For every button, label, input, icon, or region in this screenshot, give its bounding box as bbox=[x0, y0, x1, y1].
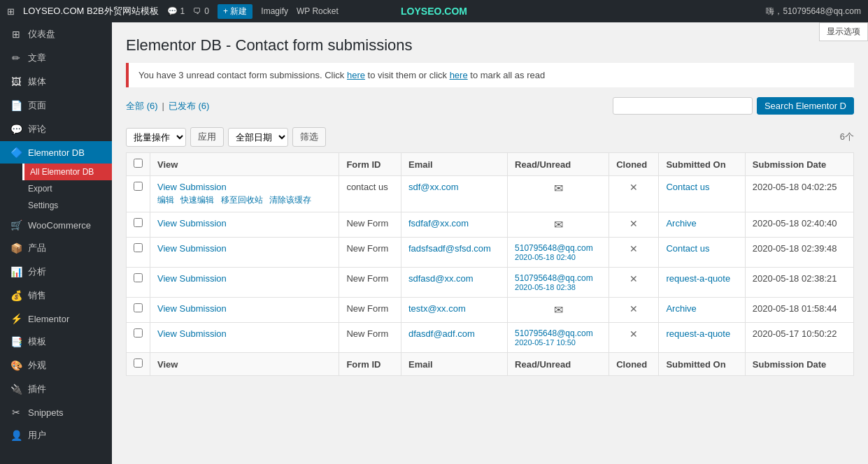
wp-rocket-plugin[interactable]: WP Rocket bbox=[297, 6, 339, 16]
table-footer-row: View Form ID Email Read/Unread Cloned Su… bbox=[127, 353, 854, 376]
sidebar-item-posts[interactable]: ✏ 文章 bbox=[0, 46, 112, 70]
view-submission-link-2[interactable]: View Submission bbox=[157, 218, 227, 229]
view-submission-link-6[interactable]: View Submission bbox=[157, 328, 227, 339]
sidebar-sub-item-export[interactable]: Export bbox=[22, 180, 112, 197]
row-read-unread-1: ✉ bbox=[508, 176, 609, 212]
media-icon: 🖼 bbox=[10, 76, 22, 87]
row-form-id-3: New Form bbox=[339, 238, 401, 268]
filter-published[interactable]: 已发布 (6) bbox=[169, 100, 210, 113]
row-submission-date-5: 2020-05-18 01:58:44 bbox=[745, 298, 853, 323]
appearance-icon: 🎨 bbox=[10, 360, 22, 371]
row-email-3: fadsfsadf@sfsd.com bbox=[401, 238, 507, 268]
row-cloned-1: ✕ bbox=[609, 176, 659, 212]
filter-button[interactable]: 筛选 bbox=[292, 127, 326, 147]
select-all-checkbox[interactable] bbox=[134, 159, 143, 168]
sidebar-item-templates[interactable]: 📑 模板 bbox=[0, 330, 112, 354]
table-row: View Submission New Form sdfasd@xx.com 5… bbox=[127, 268, 854, 298]
new-button[interactable]: + 新建 bbox=[218, 4, 252, 19]
notice-end-text: to mark all as read bbox=[470, 70, 545, 80]
comment-count[interactable]: 💬 1 bbox=[167, 6, 185, 16]
read-email-6: 510795648@qq.com bbox=[515, 328, 602, 338]
edit-link-1[interactable]: 编辑 bbox=[157, 195, 174, 205]
row-read-unread-6: 510795648@qq.com 2020-05-17 10:50 bbox=[508, 323, 609, 353]
envelope-icon-5: ✉ bbox=[554, 304, 563, 316]
sidebar-item-snippets[interactable]: ✂ Snippets bbox=[0, 401, 112, 423]
submissions-table: View Form ID Email Read/Unread Cloned Su… bbox=[126, 152, 854, 376]
row-checkbox-1 bbox=[127, 176, 150, 212]
row-read-unread-2: ✉ bbox=[508, 212, 609, 238]
x-mark-1: ✕ bbox=[629, 182, 638, 193]
sidebar-label-elementor-db: Elementor DB bbox=[28, 147, 85, 158]
read-date-4[interactable]: 2020-05-18 02:38 bbox=[515, 283, 602, 291]
notice-link2[interactable]: here bbox=[450, 70, 468, 80]
sidebar-label-sales: 销售 bbox=[28, 289, 46, 302]
row-view-6: View Submission bbox=[150, 323, 339, 353]
sidebar-sub-item-all-elementor-db[interactable]: All Elementor DB bbox=[22, 164, 112, 180]
display-options-button[interactable]: 显示选项 bbox=[819, 22, 868, 41]
sidebar-sub-elementor-db: All Elementor DB Export Settings bbox=[0, 164, 112, 214]
site-name[interactable]: LOYSEO.COM B2B外贸网站模板 bbox=[23, 5, 159, 17]
search-input[interactable] bbox=[613, 97, 753, 115]
clear-cache-link-1[interactable]: 清除该缓存 bbox=[269, 195, 311, 205]
view-submission-link-3[interactable]: View Submission bbox=[157, 243, 227, 254]
row-checkbox-2 bbox=[127, 212, 150, 238]
trash-link-1[interactable]: 移至回收站 bbox=[221, 195, 263, 205]
row-read-unread-3: 510795648@qq.com 2020-05-18 02:40 bbox=[508, 238, 609, 268]
user-info[interactable]: 嗨，510795648@qq.com bbox=[766, 6, 861, 17]
view-submission-link-1[interactable]: View Submission bbox=[157, 182, 227, 192]
row-view-3: View Submission bbox=[150, 238, 339, 268]
sidebar-label-posts: 文章 bbox=[28, 52, 46, 64]
bulk-action-select[interactable]: 批量操作 bbox=[126, 128, 186, 147]
row-view-2: View Submission bbox=[150, 212, 339, 238]
new-comment[interactable]: 🗨 0 bbox=[193, 6, 209, 16]
sidebar-item-woocommerce[interactable]: 🛒 WooCommerce bbox=[0, 214, 112, 236]
templates-icon: 📑 bbox=[10, 336, 22, 347]
row-form-id-5: New Form bbox=[339, 298, 401, 323]
envelope-icon-2: ✉ bbox=[554, 219, 563, 231]
wp-logo[interactable]: ⊞ bbox=[7, 6, 15, 17]
apply-button[interactable]: 应用 bbox=[190, 127, 224, 147]
sidebar-sub-item-settings[interactable]: Settings bbox=[22, 197, 112, 214]
view-submission-link-4[interactable]: View Submission bbox=[157, 273, 227, 284]
row-cloned-3: ✕ bbox=[609, 238, 659, 268]
quick-edit-link-1[interactable]: 快速编辑 bbox=[180, 195, 214, 205]
row-read-unread-5: ✉ bbox=[508, 298, 609, 323]
notice-middle-text: to visit them or click bbox=[368, 70, 450, 80]
imagify-plugin[interactable]: Imagify bbox=[261, 6, 288, 16]
sidebar-item-pages[interactable]: 📄 页面 bbox=[0, 94, 112, 117]
posts-icon: ✏ bbox=[10, 52, 22, 64]
sidebar-item-elementor-db[interactable]: 🔷 Elementor DB bbox=[0, 141, 112, 164]
row-submission-date-2: 2020-05-18 02:40:40 bbox=[745, 212, 853, 238]
read-email-4: 510795648@qq.com bbox=[515, 273, 602, 283]
header-checkbox bbox=[127, 153, 150, 176]
row-cloned-2: ✕ bbox=[609, 212, 659, 238]
date-filter-select[interactable]: 全部日期 bbox=[228, 128, 288, 147]
table-row: View Submission New Form testx@xx.com ✉ … bbox=[127, 298, 854, 323]
view-submission-link-5[interactable]: View Submission bbox=[157, 303, 227, 314]
filter-bar: 全部 (6) | 已发布 (6) bbox=[126, 100, 209, 113]
notice-text: You have 3 unread contact form submissio… bbox=[138, 70, 347, 80]
notice-link1[interactable]: here bbox=[347, 70, 365, 80]
sidebar-item-media[interactable]: 🖼 媒体 bbox=[0, 70, 112, 94]
table-row: View Submission New Form fsdfaf@xx.com ✉… bbox=[127, 212, 854, 238]
sidebar-item-sales[interactable]: 💰 销售 bbox=[0, 284, 112, 307]
sidebar-item-products[interactable]: 📦 产品 bbox=[0, 236, 112, 260]
filter-all[interactable]: 全部 (6) bbox=[126, 100, 158, 113]
row-submitted-on-3: Contact us bbox=[659, 238, 745, 268]
row-checkbox-4 bbox=[127, 268, 150, 298]
search-button[interactable]: Search Elementor D bbox=[757, 97, 854, 115]
read-date-6[interactable]: 2020-05-17 10:50 bbox=[515, 338, 602, 347]
sidebar-item-elementor[interactable]: ⚡ Elementor bbox=[0, 307, 112, 330]
sidebar-item-users[interactable]: 👤 用户 bbox=[0, 423, 112, 447]
x-mark-4: ✕ bbox=[629, 273, 638, 284]
row-email-4: sdfasd@xx.com bbox=[401, 268, 507, 298]
sidebar-item-plugins[interactable]: 🔌 插件 bbox=[0, 377, 112, 401]
snippets-icon: ✂ bbox=[10, 407, 22, 418]
sidebar-item-analytics[interactable]: 📊 分析 bbox=[0, 260, 112, 284]
row-read-unread-4: 510795648@qq.com 2020-05-18 02:38 bbox=[508, 268, 609, 298]
sidebar-item-appearance[interactable]: 🎨 外观 bbox=[0, 354, 112, 377]
read-date-3[interactable]: 2020-05-18 02:40 bbox=[515, 253, 602, 261]
sidebar-item-dashboard[interactable]: ⊞ 仪表盘 bbox=[0, 22, 112, 46]
sidebar-item-comments[interactable]: 💬 评论 bbox=[0, 117, 112, 141]
row-form-id-4: New Form bbox=[339, 268, 401, 298]
